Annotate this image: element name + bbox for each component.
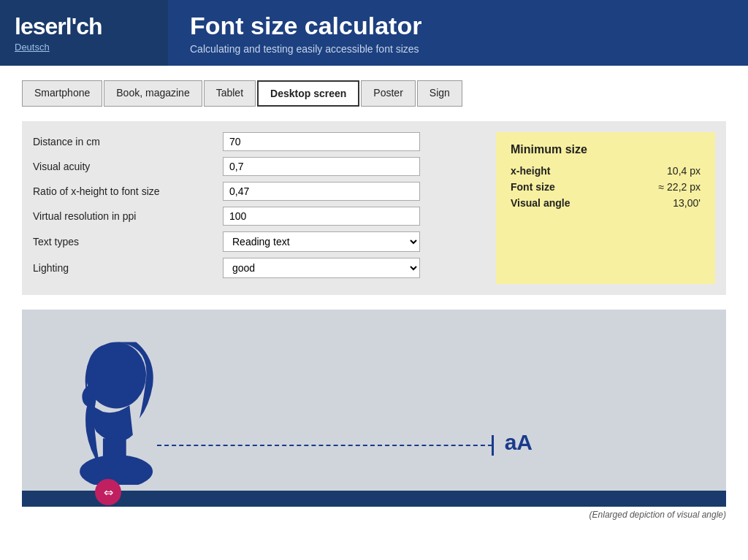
select-text-types[interactable]: Reading text Headline Display: [223, 231, 420, 252]
viz-caption: (Enlarged depiction of visual angle): [0, 507, 748, 523]
result-value-xheight: 10,4 px: [667, 165, 701, 177]
svg-point-2: [80, 455, 153, 485]
tab-bar: Smartphone Book, magazine Tablet Desktop…: [22, 80, 726, 107]
label-lighting: Lighting: [33, 262, 223, 274]
header: leserl'ch Deutsch Font size calculator C…: [0, 0, 748, 66]
label-ppi: Virtual resolution in ppi: [33, 210, 223, 222]
tab-sign[interactable]: Sign: [417, 80, 462, 107]
form-row-visual-acuity: Visual acuity: [33, 157, 481, 176]
input-ratio[interactable]: [223, 182, 420, 201]
slider-bar: ⇔: [22, 491, 726, 507]
result-row-xheight: x-height 10,4 px: [511, 165, 701, 177]
aa-display-text: aA: [505, 430, 533, 455]
tab-poster[interactable]: Poster: [361, 80, 415, 107]
results-section: Minimum size x-height 10,4 px Font size …: [496, 132, 715, 284]
label-visual-acuity: Visual acuity: [33, 161, 223, 172]
input-distance[interactable]: [223, 132, 420, 151]
form-section: Distance in cm Visual acuity Ratio of x-…: [33, 132, 481, 284]
result-label-fontsize: Font size: [511, 181, 555, 193]
slider-arrow-icon: ⇔: [104, 486, 113, 499]
sight-line: [157, 445, 492, 446]
form-row-text-types: Text types Reading text Headline Display: [33, 231, 481, 252]
tab-book-magazine[interactable]: Book, magazine: [104, 80, 202, 107]
form-results-area: Distance in cm Visual acuity Ratio of x-…: [22, 121, 726, 295]
visualization-area: aA ⇔: [22, 310, 726, 507]
logo-area: leserl'ch Deutsch: [0, 0, 168, 66]
header-title-area: Font size calculator Calculating and tes…: [168, 0, 748, 66]
main-content: Smartphone Book, magazine Tablet Desktop…: [0, 66, 748, 310]
result-row-visual-angle: Visual angle 13,00': [511, 197, 701, 209]
result-value-visual-angle: 13,00': [673, 197, 701, 209]
form-row-ratio: Ratio of x-height to font size: [33, 182, 481, 201]
result-row-fontsize: Font size ≈ 22,2 px: [511, 181, 701, 193]
label-text-types: Text types: [33, 236, 223, 248]
result-label-xheight: x-height: [511, 165, 550, 177]
head-silhouette: [58, 339, 161, 485]
slider-handle[interactable]: ⇔: [95, 479, 121, 505]
label-ratio: Ratio of x-height to font size: [33, 185, 223, 197]
page-title: Font size calculator: [190, 12, 726, 40]
input-ppi[interactable]: [223, 207, 420, 226]
tab-desktop-screen[interactable]: Desktop screen: [257, 80, 359, 107]
form-row-ppi: Virtual resolution in ppi: [33, 207, 481, 226]
form-row-distance: Distance in cm: [33, 132, 481, 151]
page-subtitle: Calculating and testing easily accessibl…: [190, 43, 726, 55]
results-title: Minimum size: [511, 143, 701, 156]
result-label-visual-angle: Visual angle: [511, 197, 570, 209]
logo-text: leserl'ch: [15, 13, 153, 40]
form-row-lighting: Lighting good normal poor: [33, 258, 481, 278]
tab-smartphone[interactable]: Smartphone: [22, 80, 102, 107]
sight-end-marker: [492, 435, 494, 456]
input-visual-acuity[interactable]: [223, 157, 420, 176]
select-lighting[interactable]: good normal poor: [223, 258, 420, 278]
result-value-fontsize: ≈ 22,2 px: [659, 181, 701, 193]
tab-tablet[interactable]: Tablet: [204, 80, 256, 107]
label-distance: Distance in cm: [33, 136, 223, 147]
language-link[interactable]: Deutsch: [15, 42, 153, 53]
